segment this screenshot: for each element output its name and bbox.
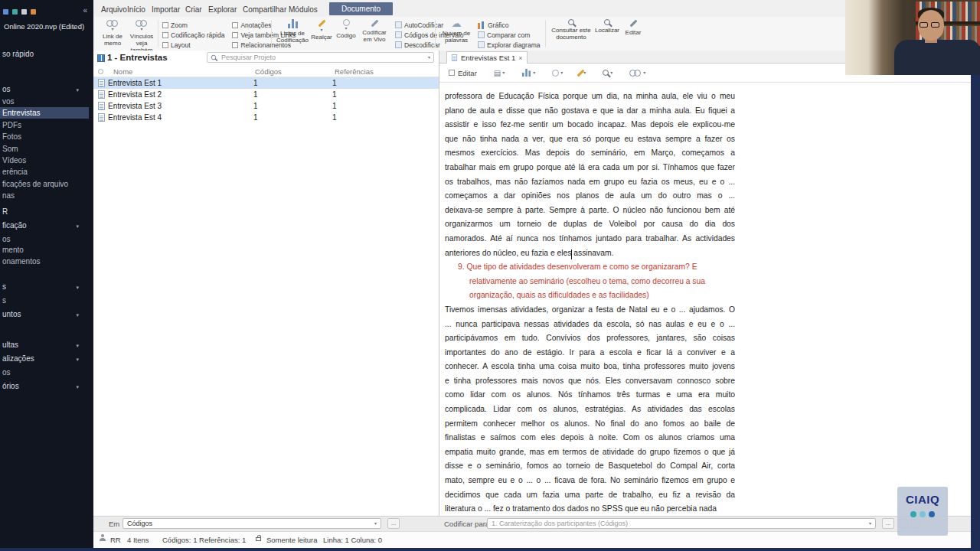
sidebar-section-relatorios[interactable]: órios▾ (0, 380, 89, 392)
tab-inicio[interactable]: Início (124, 5, 149, 15)
sidebar-section-consultas[interactable]: ultas▾ (0, 339, 89, 350)
sidebar-item-sentimento[interactable]: mento (0, 244, 89, 256)
paragraph-1: professora de Educação Física porque um … (445, 90, 735, 246)
quick-coding-checkbox[interactable]: Codificação rápida (162, 31, 224, 39)
list-title: 1 - Entrevistas (107, 53, 168, 62)
sidebar-item-quick-access[interactable]: so rápido (0, 48, 89, 60)
chevron-down-icon: ▾ (533, 70, 535, 75)
code-button[interactable]: ▾ Código (334, 19, 358, 39)
sidebar-collapse-icon[interactable]: « (83, 7, 87, 15)
more-options-button[interactable]: ... (387, 518, 400, 529)
sidebar-item-som[interactable]: Som (0, 143, 89, 155)
highlight-icon-button[interactable]: ▾ (580, 69, 586, 77)
tab-explorar[interactable]: Explorar (205, 5, 240, 15)
sidebar-item-pdfs[interactable]: PDFs (0, 119, 89, 131)
compare-with-button[interactable]: Comparar com (478, 31, 540, 39)
glasses-icon (931, 22, 939, 28)
links-icon-button[interactable]: ▾ (629, 69, 645, 77)
highlight-button[interactable]: ▾ Realçar (309, 19, 334, 41)
find-button[interactable]: Localizar (593, 19, 622, 34)
code-to-select[interactable]: 1. Caraterização dos participantes (Códi… (487, 518, 876, 529)
layout-checkbox[interactable]: Layout (162, 41, 224, 49)
column-header-nome[interactable]: Nome (113, 67, 132, 76)
code-in-vivo-button[interactable]: Codificar em Vivo (358, 19, 390, 43)
sidebar-item-classificacoes-arquivo[interactable]: ficações de arquivo (0, 178, 89, 190)
sidebar-section-casos[interactable]: s▾ (0, 281, 89, 292)
explore-diagram-button[interactable]: Explorar diagrama (478, 41, 540, 49)
ribbon-separator (545, 20, 546, 47)
table-row-entrevista-est-3[interactable]: Entrevista Est 3 1 1 (93, 100, 439, 112)
status-bar: RR 4 Itens Códigos: 1 Referências: 1 Som… (93, 531, 971, 548)
sidebar-item-videos[interactable]: Vídeos (0, 155, 89, 166)
list-icon (97, 54, 105, 62)
cursor-position: Linha: 1 Coluna: 0 (323, 536, 382, 544)
project-search-box[interactable]: ▾ (207, 52, 434, 63)
column-header-referencias[interactable]: Referências (335, 67, 374, 76)
sidebar-section-conjuntos[interactable]: untos▾ (0, 308, 89, 320)
text-line: namorados. Até aí nunca nos tínhamos jun… (445, 232, 735, 246)
compare-icon (478, 31, 485, 38)
chart-button[interactable]: Gráfico (478, 21, 540, 29)
tab-compartilhar[interactable]: Compartilhar (240, 5, 289, 15)
sidebar-item-casos[interactable]: s (0, 295, 89, 306)
app-icon[interactable] (3, 9, 8, 15)
text-line: complicada. Lidar com os alunos, estraté… (445, 403, 735, 417)
app-icon[interactable] (31, 9, 36, 15)
cloud-icon: ☁ (452, 19, 462, 28)
sidebar-item-codigos[interactable]: os (0, 233, 89, 245)
document-tab-entrevistas-est-1[interactable]: Entrevistas Est 1 × (446, 51, 528, 64)
ribbon-group-explore: ☁ Nuvem de palavras Gráfico Comparar com… (439, 19, 540, 49)
sidebar-item-entrevistas[interactable]: Entrevistas (0, 107, 89, 119)
coding-stripes-icon-button[interactable]: ▾ (521, 68, 535, 77)
text-line: participávamos em tudo. Convívios dos pr… (445, 331, 735, 346)
tab-modulos[interactable]: Módulos (286, 5, 321, 15)
chevron-down-icon: ▾ (345, 26, 347, 31)
sidebar-item-externas[interactable]: nas (0, 190, 89, 201)
document-content[interactable]: professora de Educação Física porque um … (439, 83, 971, 516)
sidebar-item-fotos[interactable]: Fotos (0, 131, 89, 142)
code-icon-button[interactable]: ▾ (552, 70, 563, 77)
column-header-codigos[interactable]: Códigos (255, 67, 282, 76)
zoom-checkbox[interactable]: Zoom (162, 21, 224, 29)
app-icon[interactable] (12, 9, 18, 15)
sidebar-section-data[interactable]: os▾ (0, 83, 89, 95)
word-cloud-button[interactable]: ☁ Nuvem de palavras (439, 19, 473, 44)
see-also-links-button[interactable]: ▾ Vínculos veja também (127, 19, 156, 54)
text-layout-icon-button[interactable]: ▤▾ (494, 69, 505, 77)
sidebar-item-relacionamentos[interactable]: onamentos (0, 256, 89, 267)
sidebar-item-referencia[interactable]: erência (0, 166, 89, 178)
document-text: professora de Educação Física porque um … (445, 90, 735, 516)
text-line: assistir e isso fez-me sentir um bocado … (445, 118, 735, 132)
more-options-button[interactable]: ... (882, 518, 894, 529)
search-input[interactable] (220, 53, 425, 62)
sidebar-item-mapas[interactable]: os (0, 367, 89, 378)
chevron-down-icon[interactable]: ▾ (428, 55, 430, 60)
table-row-entrevista-est-4[interactable]: Entrevista Est 4 1 1 (93, 112, 439, 123)
chevron-down-icon: ▾ (869, 521, 871, 526)
memo-link-button[interactable]: ▾ Link de memo (98, 19, 127, 47)
zoom-icon-button[interactable]: ▾ (603, 70, 612, 76)
code-circle-icon (343, 19, 350, 26)
edit-checkbox[interactable]: Editar (449, 69, 477, 77)
logo-dot (920, 511, 926, 517)
sidebar-section-codificacao[interactable]: ficação▾ (0, 220, 89, 231)
code-in-select[interactable]: Códigos ▾ (122, 518, 381, 529)
coding-stripes-button[interactable]: Listas de Codificação (276, 19, 309, 44)
document-icon (98, 113, 105, 122)
query-this-document-button[interactable]: Consultar este documento (550, 19, 593, 41)
close-icon[interactable]: × (518, 54, 522, 62)
chevron-down-icon: ▾ (76, 84, 79, 96)
range-code-icon (395, 31, 402, 38)
sidebar-item-files[interactable]: vos (0, 96, 89, 107)
sidebar-section-visualizacoes[interactable]: alizações▾ (0, 353, 89, 364)
question-line: 9. Que tipo de atividades desenvolveram … (445, 260, 735, 275)
tab-importar[interactable]: Importar (149, 5, 183, 15)
edit-button[interactable]: Editar (622, 19, 645, 36)
chevron-down-icon: ▾ (610, 70, 612, 75)
table-row-entrevista-est-2[interactable]: Entrevista Est 2 1 1 (93, 89, 439, 100)
app-icon[interactable] (21, 9, 27, 15)
sidebar-section-organize[interactable]: R (0, 206, 89, 217)
tab-criar[interactable]: Criar (182, 5, 205, 15)
table-row-entrevista-est-1[interactable]: Entrevista Est 1 1 1 (93, 77, 439, 89)
tab-documento[interactable]: Documento (329, 2, 393, 15)
